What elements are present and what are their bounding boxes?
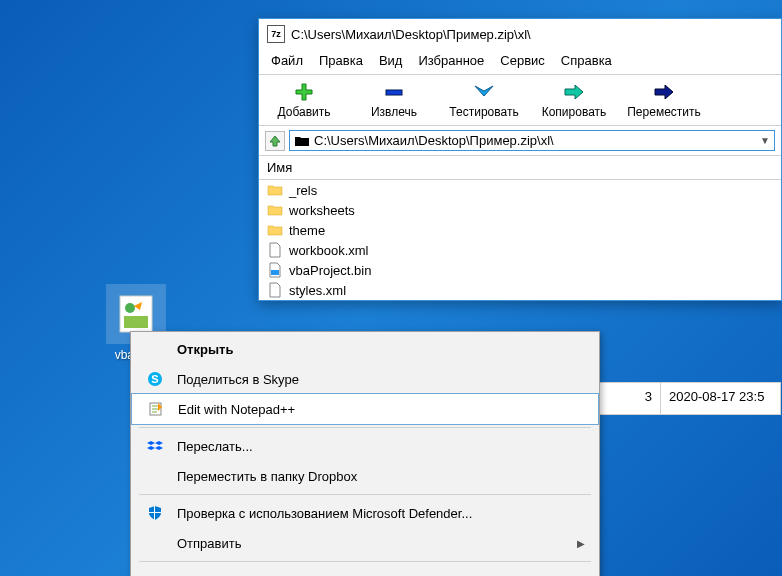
menu-edit[interactable]: Правка [313,51,369,70]
list-item[interactable]: worksheets [259,200,781,220]
extract-button[interactable]: Извлечь [349,79,439,121]
titlebar[interactable]: 7z C:\Users\Михаил\Desktop\Пример.zip\xl… [259,19,781,49]
menu-file[interactable]: Файл [265,51,309,70]
svg-rect-1 [124,316,148,328]
list-item[interactable]: workbook.xml [259,240,781,260]
svg-point-2 [125,303,135,313]
app-icon: 7z [267,25,285,43]
add-button[interactable]: Добавить [259,79,349,121]
cm-move-dropbox[interactable]: Переместить в папку Dropbox [131,461,599,491]
menu-view[interactable]: Вид [373,51,409,70]
cm-forward[interactable]: Переслать... [131,431,599,461]
cm-defender-scan[interactable]: Проверка с использованием Microsoft Defe… [131,498,599,528]
test-button[interactable]: Тестировать [439,79,529,121]
cm-open[interactable]: Открыть [131,334,599,364]
folder-icon [267,222,283,238]
menu-favorites[interactable]: Избранное [412,51,490,70]
folder-icon [267,182,283,198]
dropbox-icon [145,437,165,455]
folder-icon [267,202,283,218]
skype-icon: S [145,370,165,388]
check-icon [447,81,521,103]
minus-icon [357,81,431,103]
path-input[interactable] [314,133,756,148]
status-date: 2020-08-17 23:5 [661,382,781,415]
up-button[interactable] [265,131,285,151]
menu-help[interactable]: Справка [555,51,618,70]
folder-icon [294,134,310,148]
menu-tools[interactable]: Сервис [494,51,551,70]
list-item[interactable]: theme [259,220,781,240]
addressbar: ▼ [259,126,781,156]
cm-send[interactable]: Отправить▶ [131,528,599,558]
arrow-right-icon [537,81,611,103]
separator [139,427,591,428]
submenu-arrow-icon: ▶ [577,538,585,549]
file-list: _rels worksheets theme workbook.xml vbaP… [259,180,781,300]
path-box[interactable]: ▼ [289,130,775,151]
svg-rect-9 [149,512,161,513]
cm-skype-share[interactable]: SПоделиться в Skype [131,364,599,394]
file-icon [267,242,283,258]
svg-text:S: S [151,373,158,385]
copy-button[interactable]: Копировать [529,79,619,121]
menubar: Файл Правка Вид Избранное Сервис Справка [259,49,781,74]
defender-icon [145,504,165,522]
dropdown-icon[interactable]: ▼ [760,135,770,146]
notepad-icon [146,400,166,418]
separator [139,494,591,495]
plus-icon [267,81,341,103]
file-icon [267,282,283,298]
archive-window: 7z C:\Users\Михаил\Desktop\Пример.zip\xl… [258,18,782,301]
list-item[interactable]: vbaProject.bin [259,260,781,280]
toolbar: Добавить Извлечь Тестировать Копировать … [259,74,781,126]
arrow-right-dark-icon [627,81,701,103]
list-item[interactable]: _rels [259,180,781,200]
svg-rect-4 [271,270,279,275]
context-menu: Открыть SПоделиться в Skype Edit with No… [130,331,600,576]
cm-edit-notepad[interactable]: Edit with Notepad++ [131,393,599,425]
move-button[interactable]: Переместить [619,79,709,121]
separator [139,561,591,562]
column-header-name[interactable]: Имя [259,156,781,180]
cm-open-with[interactable]: Открыть с помощью...▶ [131,565,599,576]
window-title: C:\Users\Михаил\Desktop\Пример.zip\xl\ [291,27,531,42]
svg-rect-3 [386,90,402,95]
list-item[interactable]: styles.xml [259,280,781,300]
bin-file-icon [267,262,283,278]
